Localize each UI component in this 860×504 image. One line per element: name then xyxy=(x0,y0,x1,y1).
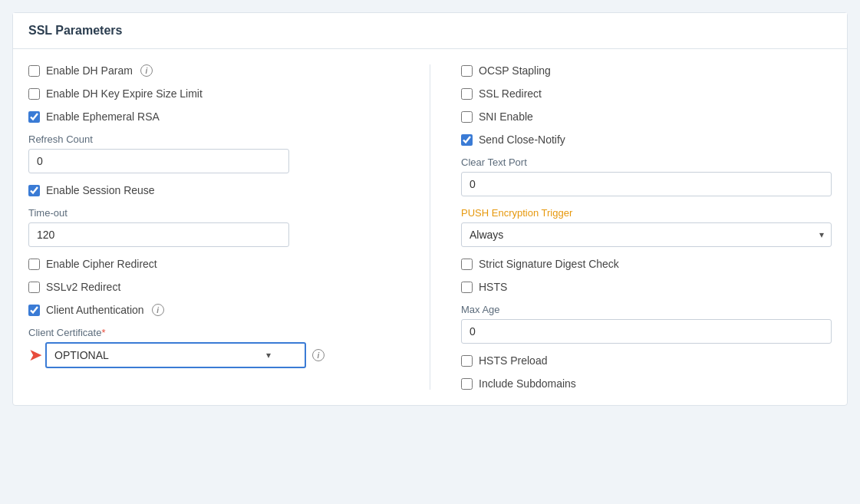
enable-session-reuse-checkbox[interactable] xyxy=(28,185,40,196)
ssl-redirect-label: SSL Redirect xyxy=(479,87,542,100)
enable-ephemeral-rsa-label: Enable Ephemeral RSA xyxy=(46,110,160,123)
page-title: SSL Parameters xyxy=(28,24,122,37)
refresh-count-group: Refresh Count xyxy=(28,133,399,173)
client-authentication-row: Client Authentication i xyxy=(28,304,399,316)
enable-dh-param-checkbox[interactable] xyxy=(28,65,40,77)
enable-dh-key-expire-label: Enable DH Key Expire Size Limit xyxy=(46,87,203,100)
client-cert-arrow-container: ➤ OPTIONAL Mandatory Optional ▾ i xyxy=(28,342,399,368)
client-cert-info-icon: i xyxy=(312,349,325,361)
page-container: SSL Parameters Enable DH Param i Enable … xyxy=(0,12,860,504)
hsts-label: HSTS xyxy=(479,281,507,293)
hsts-preload-row: HSTS Preload xyxy=(461,354,832,367)
push-encryption-select[interactable]: Always Non-Reuse Crypto xyxy=(461,222,832,247)
max-age-group: Max Age xyxy=(461,304,832,344)
sslv2-redirect-checkbox[interactable] xyxy=(28,282,40,293)
enable-dh-key-expire-checkbox[interactable] xyxy=(28,88,40,100)
enable-session-reuse-row: Enable Session Reuse xyxy=(28,184,399,196)
enable-dh-param-row: Enable DH Param i xyxy=(28,64,399,77)
enable-dh-key-expire-row: Enable DH Key Expire Size Limit xyxy=(28,87,399,100)
hsts-preload-label: HSTS Preload xyxy=(479,354,547,367)
clear-text-port-group: Clear Text Port xyxy=(461,156,832,196)
push-encryption-label: PUSH Encryption Trigger xyxy=(461,207,832,219)
right-column: OCSP Stapling SSL Redirect SNI Enable Se… xyxy=(461,64,832,390)
max-age-input[interactable] xyxy=(461,319,832,344)
client-cert-group: Client Certificate* ➤ OPTIONAL Mandatory… xyxy=(28,327,399,368)
client-cert-select[interactable]: OPTIONAL Mandatory Optional xyxy=(45,342,306,368)
enable-session-reuse-label: Enable Session Reuse xyxy=(46,184,155,196)
refresh-count-label: Refresh Count xyxy=(28,133,399,145)
ssl-redirect-row: SSL Redirect xyxy=(461,87,832,100)
ssl-parameters-panel: SSL Parameters Enable DH Param i Enable … xyxy=(12,12,848,406)
sni-enable-row: SNI Enable xyxy=(461,110,832,123)
client-authentication-label: Client Authentication xyxy=(46,304,144,316)
client-authentication-info-icon: i xyxy=(152,304,164,316)
hsts-row: HSTS xyxy=(461,281,832,293)
push-encryption-group: PUSH Encryption Trigger Always Non-Reuse… xyxy=(461,207,832,247)
timeout-input[interactable] xyxy=(28,222,289,247)
ocsp-stapling-row: OCSP Stapling xyxy=(461,64,832,77)
timeout-label: Time-out xyxy=(28,207,399,219)
enable-ephemeral-rsa-row: Enable Ephemeral RSA xyxy=(28,110,399,123)
client-cert-label: Client Certificate* xyxy=(28,327,399,338)
sni-enable-label: SNI Enable xyxy=(479,110,533,123)
clear-text-port-label: Clear Text Port xyxy=(461,156,832,168)
column-divider xyxy=(430,64,430,390)
hsts-preload-checkbox[interactable] xyxy=(461,355,473,367)
sni-enable-checkbox[interactable] xyxy=(461,111,473,123)
hsts-checkbox[interactable] xyxy=(461,282,473,293)
enable-dh-param-label: Enable DH Param xyxy=(46,64,133,77)
client-authentication-checkbox[interactable] xyxy=(28,305,40,316)
sslv2-redirect-label: SSLv2 Redirect xyxy=(46,281,120,293)
send-close-notify-checkbox[interactable] xyxy=(461,134,473,146)
strict-signature-digest-row: Strict Signature Digest Check xyxy=(461,258,832,270)
timeout-group: Time-out xyxy=(28,207,399,247)
enable-cipher-redirect-row: Enable Cipher Redirect xyxy=(28,258,399,270)
client-cert-select-wrapper: OPTIONAL Mandatory Optional ▾ xyxy=(45,342,306,368)
left-column: Enable DH Param i Enable DH Key Expire S… xyxy=(28,64,399,390)
enable-dh-param-info-icon: i xyxy=(140,64,153,77)
sslv2-redirect-row: SSLv2 Redirect xyxy=(28,281,399,293)
red-arrow-indicator: ➤ xyxy=(28,345,42,365)
enable-cipher-redirect-checkbox[interactable] xyxy=(28,259,40,270)
include-subdomains-label: Include Subdomains xyxy=(479,377,576,390)
include-subdomains-checkbox[interactable] xyxy=(461,378,473,390)
refresh-count-input[interactable] xyxy=(28,149,289,173)
ocsp-stapling-label: OCSP Stapling xyxy=(479,64,551,77)
ocsp-stapling-checkbox[interactable] xyxy=(461,65,473,77)
client-cert-required-marker: * xyxy=(101,327,105,338)
panel-body: Enable DH Param i Enable DH Key Expire S… xyxy=(13,49,847,405)
send-close-notify-label: Send Close-Notify xyxy=(479,133,565,146)
ssl-redirect-checkbox[interactable] xyxy=(461,88,473,100)
push-encryption-select-wrapper: Always Non-Reuse Crypto ▾ xyxy=(461,222,832,247)
strict-signature-digest-checkbox[interactable] xyxy=(461,259,473,270)
send-close-notify-row: Send Close-Notify xyxy=(461,133,832,146)
include-subdomains-row: Include Subdomains xyxy=(461,377,832,390)
enable-cipher-redirect-label: Enable Cipher Redirect xyxy=(46,258,157,270)
clear-text-port-input[interactable] xyxy=(461,172,832,196)
max-age-label: Max Age xyxy=(461,304,832,315)
strict-signature-digest-label: Strict Signature Digest Check xyxy=(479,258,619,270)
enable-ephemeral-rsa-checkbox[interactable] xyxy=(28,111,40,123)
panel-header: SSL Parameters xyxy=(13,13,847,49)
